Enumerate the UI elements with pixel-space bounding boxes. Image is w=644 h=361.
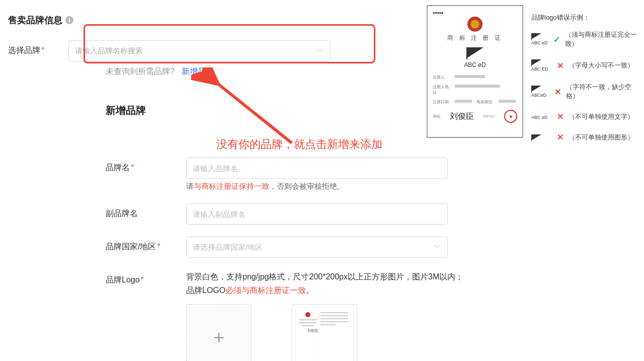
seal-icon: ★ [504, 110, 517, 123]
legend-text: （字母大小写不一致） [569, 61, 634, 70]
legend-sample: ABC eD [531, 33, 548, 45]
legend-row: ABC ED✕（字母大小写不一致） [531, 59, 637, 71]
brand-region-select[interactable]: 请选择品牌国家/地区 ﹀ [186, 237, 448, 258]
section-title-text: 售卖品牌信息 [8, 14, 62, 26]
cross-icon: ✕ [556, 112, 564, 121]
brand-name-label: 品牌名* [106, 158, 186, 173]
logo-example-box: 刘俊臣 [292, 304, 357, 361]
legend-row: ABC eD✓（须与商标注册证完全一致） [531, 30, 637, 48]
brand-search-select[interactable]: 请输入品牌名称搜索 ﹀ [68, 40, 330, 61]
section-title: 售卖品牌信息 i [8, 14, 73, 26]
logo-hint-line2: 品牌LOGO必须与商标注册证一致。 [186, 283, 468, 297]
certificate-title: 商 标 注 册 证 [447, 34, 502, 42]
required-marker: * [41, 46, 44, 54]
legend-sample-label: ABCeD [531, 93, 546, 98]
cross-icon: ✕ [556, 132, 564, 142]
legend-sample: ABCeD [531, 86, 549, 98]
certificate-brand-text: ABC eD [464, 61, 486, 68]
brand-search-placeholder: 请输入品牌名称搜索 [75, 46, 143, 56]
legend-text: （不可单独使用文字） [569, 112, 634, 121]
plus-icon: ＋ [210, 328, 228, 346]
check-icon: ✓ [553, 35, 560, 44]
brand-logo-label: 品牌Logo* [106, 270, 186, 285]
cross-icon: ✕ [554, 87, 561, 97]
trademark-certificate-image: ■■■■■ 商 标 注 册 证 ABC eD 注册人 注册人地址 注册日期 有效… [427, 5, 523, 138]
brand-search-label: 选择品牌* [8, 40, 68, 56]
sub-brand-input[interactable] [186, 203, 448, 225]
legend-sample [531, 134, 551, 140]
logo-example-thumb: 刘俊臣 [295, 308, 354, 361]
add-brand-panel: 新增品牌 品牌名* 请与商标注册证保持一致，否则会被审核拒绝。 副品牌名 品牌国… [106, 104, 468, 361]
panel-title: 新增品牌 [106, 104, 468, 117]
logo-error-legend: 品牌logo错误示例： ABC eD✓（须与商标注册证完全一致）ABC ED✕（… [531, 13, 637, 153]
logo-upload-box[interactable]: ＋ [186, 304, 252, 361]
legend-title: 品牌logo错误示例： [531, 13, 637, 22]
cross-icon: ✕ [556, 61, 564, 70]
legend-text: （须与商标注册证完全一致） [565, 30, 637, 48]
legend-text: （字符不一致，缺少空格） [566, 83, 637, 101]
legend-sample-label: ABC ED [531, 66, 548, 71]
flag-icon [531, 33, 541, 39]
legend-row: ABC eD✕（不可单独使用文字） [531, 112, 637, 121]
info-icon[interactable]: i [65, 16, 73, 24]
logo-hint-line1: 背景白色，支持png/jpg格式，尺寸200*200px以上正方形图片，图片3M… [186, 270, 468, 283]
legend-text: （不可单独使用图形） [569, 133, 634, 142]
chevron-down-icon: ﹀ [434, 243, 441, 252]
brand-region-label: 品牌国家/地区* [106, 237, 186, 252]
emblem-icon [467, 17, 482, 32]
flag-icon [466, 47, 484, 58]
flag-icon [531, 59, 541, 65]
legend-row: ✕（不可单独使用图形） [531, 132, 637, 142]
add-brand-link[interactable]: 新增品牌 [182, 67, 214, 76]
flag-icon [531, 134, 541, 140]
legend-sample: ABC eD [531, 114, 551, 120]
legend-sample-label: ABC eD [531, 115, 548, 120]
flag-icon [531, 86, 541, 92]
sub-brand-label: 副品牌名 [106, 203, 186, 219]
brand-name-input[interactable] [186, 158, 448, 179]
chevron-down-icon: ﹀ [316, 46, 324, 56]
brand-name-hint: 请与商标注册证保持一致，否则会被审核拒绝。 [186, 182, 468, 191]
legend-row: ABCeD✕（字符不一致，缺少空格） [531, 83, 637, 101]
legend-sample-label: ABC eD [531, 40, 548, 45]
brand-not-found-row: 未查询到所需品牌? 新增品牌 [106, 66, 214, 77]
certificate-signature: 刘俊臣 [450, 111, 474, 122]
brand-not-found-text: 未查询到所需品牌? [106, 67, 175, 76]
legend-sample: ABC ED [531, 59, 551, 71]
